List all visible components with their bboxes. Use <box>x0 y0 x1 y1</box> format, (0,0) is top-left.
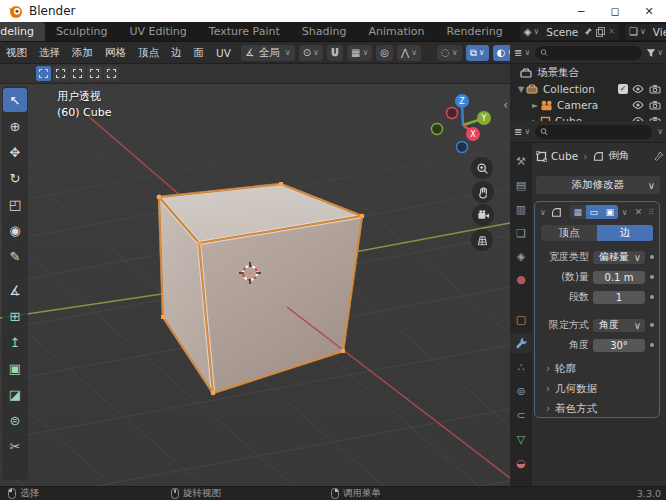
expand-icon[interactable]: ▼ <box>516 85 526 94</box>
toggle-realtime-icon[interactable]: ▭ <box>586 205 602 219</box>
close-button[interactable]: ✕ <box>632 0 666 22</box>
tool-measure[interactable]: ∡ <box>3 278 27 302</box>
affect-vertices-tab[interactable]: 顶点 <box>541 225 597 241</box>
amount-field[interactable]: 0.1 m <box>593 271 645 284</box>
falloff-dropdown[interactable]: ⋀ ∨ <box>397 45 421 61</box>
tab-constraints[interactable]: ⊂ <box>510 405 532 425</box>
pan-button[interactable] <box>472 181 494 203</box>
outliner-row-collection[interactable]: ▼ Collection ✓ <box>510 81 666 97</box>
tab-particles[interactable]: ∴ <box>510 357 532 377</box>
select-mode-subtract-button[interactable] <box>70 66 85 81</box>
viewport-3d[interactable]: Z Y X 用户透视 (60) Cube ↖ ⊕ ✥ ↻ ◰ ◉ ✎ ∡ ⊞ ↥… <box>0 84 510 486</box>
menu-edge[interactable]: 边 <box>165 46 188 60</box>
outliner-row-camera[interactable]: ► Camera <box>510 97 666 113</box>
viewlayer-selector[interactable]: ❏ ∨ ViewLayer ✕ <box>625 24 666 40</box>
hide-eye-icon[interactable] <box>632 84 644 94</box>
zoom-button[interactable] <box>471 157 493 179</box>
tool-move[interactable]: ✥ <box>3 140 27 164</box>
delete-modifier-icon[interactable]: ✕ <box>635 207 643 217</box>
section-geometry[interactable]: › 几何数据 <box>545 382 655 395</box>
collapse-icon[interactable]: ∨ <box>540 208 546 217</box>
show-gizmo-dropdown[interactable]: ◌ ∨ <box>437 45 462 61</box>
tool-bevel[interactable]: ◪ <box>3 382 27 406</box>
tool-scale[interactable]: ◰ <box>3 192 27 216</box>
tool-cursor[interactable]: ⊕ <box>3 114 27 138</box>
breadcrumb-modifier[interactable]: 倒角 <box>608 149 629 163</box>
pivot-point-dropdown[interactable]: ⊙ ∨ <box>299 45 323 61</box>
snap-settings-dropdown[interactable]: ▦ ∨ <box>347 45 372 61</box>
sidebar-collapse-arrow[interactable]: ‹ <box>503 98 508 112</box>
tab-material[interactable]: ◒ <box>510 453 532 473</box>
toggle-perspective-button[interactable] <box>471 229 493 251</box>
disable-render-camera-icon[interactable] <box>649 84 661 94</box>
segments-field[interactable]: 1 <box>593 291 645 304</box>
tab-scene[interactable]: ◈ <box>510 246 532 266</box>
cube-mesh[interactable] <box>157 182 510 478</box>
properties-search-input[interactable] <box>551 126 647 137</box>
transform-orientation-dropdown[interactable]: ∡ 全局 ∨ <box>241 45 295 61</box>
menu-add[interactable]: 添加 <box>66 46 99 60</box>
tab-object[interactable]: ▢ <box>510 309 532 329</box>
select-mode-invert-button[interactable] <box>87 66 102 81</box>
camera-view-button[interactable] <box>472 204 494 226</box>
animate-dot-icon[interactable] <box>650 323 654 327</box>
tab-modifiers[interactable] <box>510 333 532 353</box>
outliner-search-input[interactable] <box>551 47 637 58</box>
workspace-tab-shading[interactable]: Shading <box>291 22 358 42</box>
workspace-tab-modeling[interactable]: Modeling <box>0 22 45 42</box>
outliner-editor-icon[interactable]: ≣ <box>514 47 522 58</box>
angle-field[interactable]: 30° <box>593 339 645 352</box>
animate-dot-icon[interactable] <box>650 295 654 299</box>
select-mode-new-button[interactable] <box>36 66 51 81</box>
menu-face[interactable]: 面 <box>188 46 211 60</box>
tool-annotate[interactable]: ✎ <box>3 244 27 268</box>
animate-dot-icon[interactable] <box>650 275 654 279</box>
maximize-button[interactable]: ◻ <box>598 0 632 22</box>
menu-vertex[interactable]: 顶点 <box>132 46 165 60</box>
select-mode-extend-button[interactable] <box>53 66 68 81</box>
expand-icon[interactable]: ► <box>530 101 540 110</box>
workspace-tab-texture-paint[interactable]: Texture Paint <box>198 22 291 42</box>
proportional-editing-toggle[interactable]: ◎ <box>376 45 393 61</box>
toggle-render-icon[interactable]: ▣ <box>602 205 618 219</box>
tab-physics[interactable]: ⊚ <box>510 381 532 401</box>
properties-search[interactable] <box>535 125 652 139</box>
filter-icon[interactable] <box>646 48 656 58</box>
tool-knife[interactable]: ✂ <box>3 434 27 458</box>
menu-mesh[interactable]: 网格 <box>99 46 132 60</box>
minimize-button[interactable]: ─ <box>564 0 598 22</box>
section-profile[interactable]: › 轮廓 <box>545 362 655 375</box>
xray-toggle[interactable]: ⧉ ∨ <box>466 45 489 61</box>
outliner-search[interactable] <box>535 46 642 60</box>
select-mode-intersect-button[interactable] <box>104 66 119 81</box>
menu-uv[interactable]: UV <box>210 47 237 59</box>
animate-dot-icon[interactable] <box>650 255 654 259</box>
tab-world[interactable]: ● <box>510 269 532 289</box>
outliner-row-scene-collection[interactable]: 场景集合 <box>510 65 666 81</box>
properties-editor-icon[interactable]: ≣ <box>514 126 522 137</box>
snap-toggle[interactable] <box>327 45 343 61</box>
collection-checkbox[interactable]: ✓ <box>618 84 628 94</box>
tool-inset-faces[interactable]: ▣ <box>3 356 27 380</box>
tab-output[interactable]: ▥ <box>510 199 532 219</box>
workspace-tab-animation[interactable]: Animation <box>357 22 435 42</box>
pin-icon[interactable] <box>584 27 593 36</box>
breadcrumb-object[interactable]: Cube <box>551 150 578 162</box>
scene-selector[interactable]: ◈ ∨ Scene ✕ <box>520 24 619 40</box>
workspace-tab-sculpting[interactable]: Sculpting <box>45 22 118 42</box>
toggle-edit-mode-icon[interactable]: ▦ <box>570 205 586 219</box>
pin-icon[interactable] <box>654 151 664 161</box>
menu-select[interactable]: 选择 <box>33 46 66 60</box>
workspace-tab-rendering[interactable]: Rendering <box>436 22 514 42</box>
affect-edges-tab[interactable]: 边 <box>597 225 653 241</box>
modifier-extras-icon[interactable]: ∨ <box>622 208 628 217</box>
section-shading[interactable]: › 着色方式 <box>545 402 655 415</box>
tab-render[interactable]: ▤ <box>510 175 532 195</box>
width-type-dropdown[interactable]: 偏移量∨ <box>593 251 645 264</box>
tool-loop-cut[interactable]: ⊜ <box>3 408 27 432</box>
disable-render-camera-icon[interactable] <box>649 100 661 110</box>
tab-tool[interactable]: ⚒ <box>510 151 532 171</box>
add-modifier-button[interactable]: 添加修改器 ∨ <box>536 176 660 194</box>
tool-rotate[interactable]: ↻ <box>3 166 27 190</box>
drag-handle-icon[interactable]: ⠿ <box>648 208 654 217</box>
